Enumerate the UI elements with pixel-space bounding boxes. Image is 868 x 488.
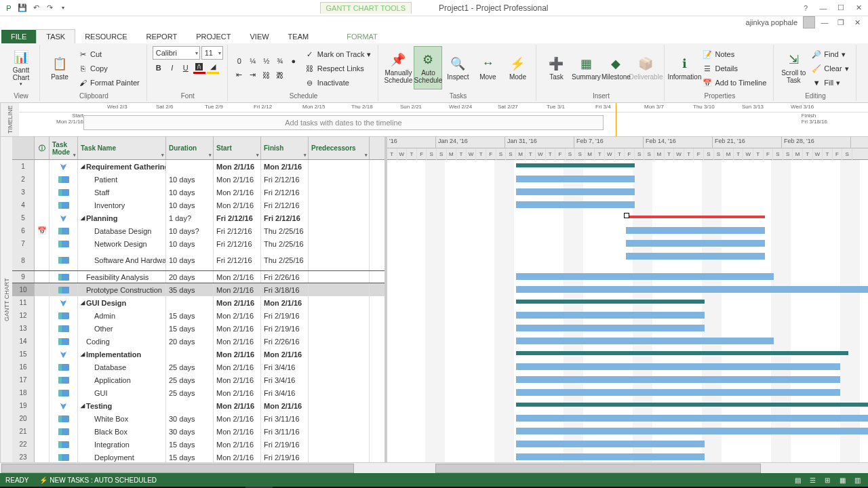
cell-finish[interactable]: Thu 2/25/16 (261, 224, 309, 237)
cell-start[interactable]: Mon 2/1/16 (214, 386, 261, 399)
cell-mode[interactable] (50, 335, 78, 348)
cell-start[interactable]: Mon 2/1/16 (214, 296, 261, 309)
cell-mode[interactable]: ⮟ (50, 296, 78, 309)
cell-duration[interactable]: 15 days (166, 438, 214, 451)
milestone-button[interactable]: ◆Milestone (601, 46, 630, 89)
cell-predecessors[interactable] (309, 283, 370, 296)
gantt-bar[interactable] (516, 176, 635, 182)
cell-start[interactable]: Mon 2/1/16 (214, 438, 261, 451)
row-number[interactable]: 11 (12, 296, 35, 309)
select-all[interactable] (12, 137, 35, 159)
bold-button[interactable]: B (153, 62, 165, 74)
mark-on-track-button[interactable]: ✓Mark on Track ▾ (302, 47, 374, 61)
row-number[interactable]: 16 (12, 361, 35, 373)
cell-predecessors[interactable] (309, 322, 370, 335)
gantt-bar[interactable] (516, 376, 840, 383)
tab-team[interactable]: TEAM (279, 30, 319, 43)
table-row[interactable]: 7Network Design10 daysFri 2/12/16Thu 2/2… (12, 237, 384, 250)
cell-name[interactable]: White Box (78, 412, 166, 425)
cell-name[interactable]: ◢Planning (78, 211, 166, 224)
table-row[interactable]: 12Admin15 daysMon 2/1/16Fri 2/19/16 (12, 309, 384, 322)
cell-duration[interactable]: 25 days (166, 373, 214, 386)
cell-predecessors[interactable] (309, 425, 370, 438)
cell-mode[interactable] (50, 237, 78, 250)
cell-predecessors[interactable] (309, 199, 370, 211)
gantt-bar[interactable] (516, 338, 774, 344)
cell-name[interactable]: GUI (78, 386, 166, 399)
close-icon[interactable]: ✕ (852, 3, 865, 14)
cell-start[interactable]: Mon 2/1/16 (214, 451, 261, 462)
cell-name[interactable]: Software And Hardware (78, 250, 166, 270)
cell-start[interactable]: Mon 2/1/16 (214, 271, 261, 283)
cell-mode[interactable] (50, 173, 78, 186)
cell-predecessors[interactable] (309, 186, 370, 199)
cell-predecessors[interactable] (309, 386, 370, 399)
respect-links-button[interactable]: ⛓Respect Links (302, 62, 374, 75)
pct100-icon[interactable]: ● (288, 55, 300, 67)
cell-predecessors[interactable] (309, 160, 370, 173)
cell-name[interactable]: Application (78, 373, 166, 386)
cell-info[interactable] (35, 399, 50, 412)
minimize-icon[interactable]: — (816, 3, 830, 14)
timeline-message[interactable]: Add tasks with dates to the timeline (83, 115, 604, 130)
cell-start[interactable]: Mon 2/1/16 (214, 335, 261, 348)
font-size-combo[interactable]: 11 (201, 46, 223, 60)
cell-finish[interactable]: Fri 2/12/16 (261, 199, 309, 211)
table-row[interactable]: 21Black Box30 daysMon 2/1/16Fri 3/11/16 (12, 425, 384, 438)
table-row[interactable]: 13Other15 daysMon 2/1/16Fri 2/19/16 (12, 322, 384, 335)
cell-finish[interactable]: Fri 2/26/16 (261, 335, 309, 348)
redo-icon[interactable]: ↷ (43, 2, 56, 14)
cell-predecessors[interactable] (309, 399, 370, 412)
cell-finish[interactable]: Fri 2/12/16 (261, 186, 309, 199)
cell-finish[interactable]: Mon 2/1/16 (261, 399, 309, 412)
cell-name[interactable]: ◢Implementation (78, 348, 166, 361)
undo-icon[interactable]: ↶ (30, 2, 42, 14)
cell-start[interactable]: Mon 2/1/16 (214, 361, 261, 373)
cell-mode[interactable]: ⮟ (50, 399, 78, 412)
cell-name[interactable]: ◢Testing (78, 399, 166, 412)
row-number[interactable]: 8 (12, 250, 35, 270)
table-row[interactable]: 18GUI25 daysMon 2/1/16Fri 3/4/16 (12, 386, 384, 399)
gantt-bar[interactable] (516, 286, 868, 293)
cell-info[interactable] (35, 386, 50, 399)
cell-info[interactable]: 📅 (35, 224, 50, 237)
table-row[interactable]: 16Database25 daysMon 2/1/16Fri 3/4/16 (12, 361, 384, 373)
auto-schedule-button[interactable]: ⚙Auto Schedule (414, 46, 442, 89)
cell-mode[interactable] (50, 250, 78, 270)
gantt-bar[interactable] (626, 253, 765, 260)
row-number[interactable]: 6 (12, 224, 35, 237)
row-number[interactable]: 12 (12, 309, 35, 322)
col-predecessors[interactable]: Predecessors▾ (309, 137, 370, 159)
cell-name[interactable]: Black Box (78, 425, 166, 438)
table-row[interactable]: 14Coding20 daysMon 2/1/16Fri 2/26/16 (12, 335, 384, 348)
indent-icon[interactable]: ⇥ (247, 69, 259, 81)
cell-mode[interactable] (50, 283, 78, 296)
gantt-bar[interactable] (516, 312, 705, 319)
cell-start[interactable]: Mon 2/1/16 (214, 199, 261, 211)
cell-start[interactable]: Mon 2/1/16 (214, 399, 261, 412)
cell-mode[interactable] (50, 386, 78, 399)
tab-view[interactable]: VIEW (240, 30, 278, 43)
table-row[interactable]: 4Inventory10 daysMon 2/1/16Fri 2/12/16 (12, 199, 384, 211)
table-row[interactable]: 9Feasibility Analysis20 daysMon 2/1/16Fr… (12, 270, 384, 283)
row-number[interactable]: 1 (12, 160, 35, 173)
cell-start[interactable]: Mon 2/1/16 (214, 309, 261, 322)
cell-predecessors[interactable] (309, 224, 370, 237)
fill-button[interactable]: ▼Fill ▾ (809, 76, 851, 89)
cell-finish[interactable]: Fri 3/4/16 (261, 361, 309, 373)
cell-duration[interactable] (166, 296, 214, 309)
cell-predecessors[interactable] (309, 271, 370, 283)
cell-duration[interactable]: 30 days (166, 412, 214, 425)
cell-name[interactable]: Coding (78, 335, 166, 348)
qat-dropdown-icon[interactable]: ▾ (57, 2, 69, 14)
gantt-bar[interactable] (516, 363, 840, 370)
cell-info[interactable] (35, 438, 50, 451)
cell-duration[interactable]: 35 days (166, 283, 214, 296)
task-button[interactable]: ➕Task (542, 46, 570, 89)
cell-name[interactable]: Admin (78, 309, 166, 322)
cell-mode[interactable] (50, 451, 78, 462)
table-row[interactable]: 11⮟◢GUI DesignMon 2/1/16Mon 2/1/16 (12, 296, 384, 309)
move-button[interactable]: ↔Move (473, 46, 502, 89)
inspect-button[interactable]: 🔍Inspect (443, 46, 472, 89)
gantt-chart-button[interactable]: 📊Gantt Chart▾ (7, 46, 35, 89)
